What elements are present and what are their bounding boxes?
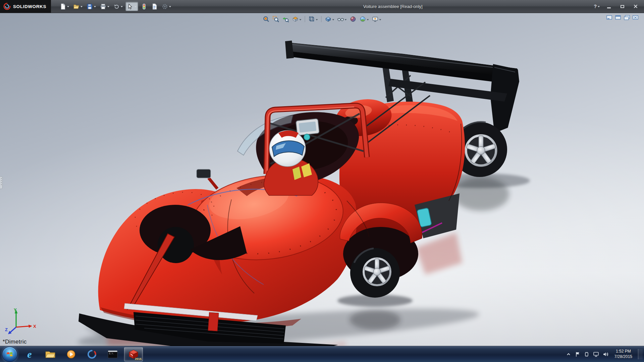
dropdown-caret[interactable] bbox=[121, 6, 123, 7]
taskbar-solidworks-launcher[interactable] bbox=[83, 347, 101, 361]
solidworks-menu-brand[interactable]: SOLIDWORKS bbox=[0, 0, 51, 13]
close-icon bbox=[634, 4, 638, 8]
triad-z-label: Z bbox=[5, 327, 8, 332]
open-folder-icon bbox=[73, 3, 79, 10]
close-button[interactable] bbox=[631, 3, 640, 10]
minimize-button[interactable] bbox=[604, 3, 613, 10]
window-controls: ? bbox=[594, 3, 644, 10]
help-button[interactable]: ? bbox=[594, 4, 600, 9]
triad-x-axis[interactable] bbox=[29, 325, 32, 328]
display-icon[interactable] bbox=[593, 352, 599, 357]
dropdown-caret[interactable] bbox=[94, 6, 96, 7]
new-document-button[interactable] bbox=[58, 2, 70, 11]
featuremanager-splitter[interactable] bbox=[0, 176, 3, 189]
view-settings-icon bbox=[372, 16, 379, 22]
undo-button[interactable] bbox=[112, 2, 124, 11]
quick-access-toolbar bbox=[58, 2, 172, 11]
dropdown-caret[interactable] bbox=[135, 6, 137, 7]
model-race-car[interactable] bbox=[78, 41, 519, 346]
system-tray: 1:52 PM 7/28/2015 bbox=[566, 349, 644, 359]
clock-time: 1:52 PM bbox=[614, 349, 632, 354]
file-properties-button[interactable] bbox=[150, 2, 159, 11]
show-hidden-icons-button[interactable] bbox=[566, 352, 571, 357]
save-button[interactable] bbox=[85, 2, 97, 11]
start-button[interactable] bbox=[2, 347, 17, 362]
select-button[interactable] bbox=[125, 2, 138, 11]
display-style-button[interactable] bbox=[324, 15, 335, 23]
dropdown-caret[interactable] bbox=[67, 6, 69, 7]
windows-taskbar: e bbox=[0, 346, 644, 362]
ds-logo-icon bbox=[3, 3, 11, 10]
taskbar-command-prompt[interactable]: C:\ bbox=[103, 347, 122, 361]
hardware-icon[interactable] bbox=[584, 352, 589, 357]
toolbar-separator bbox=[305, 16, 305, 22]
dropdown-caret[interactable] bbox=[367, 19, 369, 20]
dropdown-caret[interactable] bbox=[300, 19, 302, 20]
dropdown-caret[interactable] bbox=[345, 19, 347, 20]
taskbar-internet-explorer[interactable]: e bbox=[20, 347, 39, 361]
triad-x-label: X bbox=[33, 324, 36, 329]
zoom-to-fit-icon bbox=[263, 16, 270, 22]
taskbar-clock[interactable]: 1:52 PM 7/28/2015 bbox=[612, 349, 634, 359]
view-orientation-button[interactable] bbox=[308, 15, 319, 23]
solidworks-version-badge: 2015 bbox=[135, 357, 142, 361]
zoom-to-fit-button[interactable] bbox=[262, 15, 271, 23]
section-view-icon bbox=[292, 16, 299, 22]
taskbar-windows-explorer[interactable] bbox=[41, 347, 60, 361]
rearview-mirror[interactable] bbox=[296, 119, 319, 136]
dropdown-caret[interactable] bbox=[107, 6, 109, 7]
document-window-controls bbox=[606, 15, 639, 20]
3d-scene[interactable] bbox=[0, 13, 644, 346]
orientation-triad[interactable]: Y X Z bbox=[5, 307, 37, 336]
action-center-flag-icon[interactable] bbox=[575, 352, 580, 357]
folder-icon bbox=[45, 350, 56, 359]
brand-label: SOLIDWORKS bbox=[13, 4, 46, 9]
new-window-button[interactable] bbox=[624, 15, 630, 20]
rebuild-button[interactable] bbox=[140, 2, 149, 11]
close-document-button[interactable] bbox=[633, 15, 639, 20]
display-style-cube-icon bbox=[325, 16, 332, 22]
taskbar-solidworks-2015[interactable]: 2015 bbox=[124, 347, 143, 361]
view-orientation-cube-icon bbox=[309, 16, 315, 22]
appearance-ball-icon bbox=[350, 16, 357, 22]
rebuild-stoplight-icon bbox=[141, 3, 147, 10]
dropdown-caret[interactable] bbox=[316, 19, 318, 20]
view-settings-button[interactable] bbox=[371, 15, 382, 23]
file-properties-icon bbox=[151, 3, 158, 10]
media-player-icon bbox=[66, 350, 76, 359]
help-glyph: ? bbox=[594, 4, 597, 9]
select-cursor-icon bbox=[127, 3, 133, 10]
print-icon bbox=[100, 3, 106, 10]
solidworks-launcher-icon bbox=[87, 349, 97, 359]
print-button[interactable] bbox=[99, 2, 111, 11]
dropdown-caret[interactable] bbox=[598, 6, 600, 7]
taskbar-media-player[interactable] bbox=[62, 347, 80, 361]
volume-icon[interactable] bbox=[603, 352, 609, 357]
front-right-wheel-fender[interactable] bbox=[340, 201, 422, 298]
triad-y-label: Y bbox=[14, 307, 17, 312]
left-mirror[interactable] bbox=[197, 169, 211, 178]
dropdown-caret[interactable] bbox=[80, 6, 83, 7]
new-document-icon bbox=[60, 3, 66, 10]
hide-show-items-button[interactable] bbox=[336, 15, 348, 23]
edit-appearance-button[interactable] bbox=[349, 15, 358, 23]
windows-flag-icon bbox=[6, 350, 14, 358]
restore-document-button[interactable] bbox=[615, 15, 621, 20]
apply-scene-button[interactable] bbox=[359, 15, 370, 23]
dropdown-caret[interactable] bbox=[379, 19, 381, 20]
restore-button[interactable] bbox=[618, 3, 627, 10]
zoom-to-area-button[interactable] bbox=[272, 15, 280, 23]
open-button[interactable] bbox=[72, 2, 84, 11]
previous-view-icon bbox=[282, 16, 289, 22]
dropdown-caret[interactable] bbox=[332, 19, 334, 20]
graphics-area[interactable]: Y X Z *Dimetric bbox=[0, 13, 644, 346]
show-desktop-button[interactable] bbox=[638, 349, 643, 359]
minimize-document-button[interactable] bbox=[606, 15, 612, 20]
title-bar: SOLIDWORKS bbox=[0, 0, 644, 13]
previous-view-button[interactable] bbox=[281, 15, 290, 23]
save-floppy-icon bbox=[87, 3, 93, 10]
section-view-button[interactable] bbox=[291, 15, 303, 23]
dropdown-caret[interactable] bbox=[169, 6, 171, 7]
command-prompt-label: C:\ bbox=[109, 352, 113, 355]
options-button[interactable] bbox=[160, 2, 172, 11]
